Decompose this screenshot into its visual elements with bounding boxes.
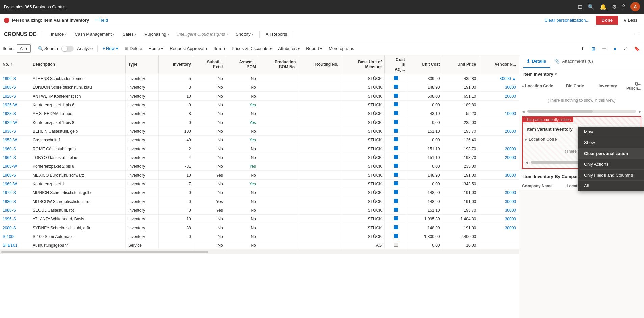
filter-icon[interactable]: ⊞ (589, 44, 598, 53)
attributes-button[interactable]: Attributes ▾ (275, 45, 303, 52)
col-routing[interactable]: Routing No. (299, 55, 341, 74)
analyze-toggle[interactable] (61, 46, 74, 52)
table-row[interactable]: 1906-SATHENS SchubladenelementInventory5… (0, 74, 519, 83)
nav-item-sales[interactable]: Sales ▾ (119, 30, 140, 39)
table-row[interactable]: 2000-SSYDNEY Schreibtischstuhl, grünInve… (0, 223, 519, 232)
report-button[interactable]: Report ▾ (303, 45, 325, 52)
col-unit-price[interactable]: Unit Price (443, 55, 479, 74)
expand-icon[interactable]: ⤢ (621, 44, 630, 53)
col-substi[interactable]: Substi...Exist (194, 55, 226, 74)
table-area[interactable]: No. ↑ Description Type Inventory Substi.… (0, 55, 519, 318)
list-icon[interactable]: ☰ (599, 44, 609, 53)
done-button[interactable]: Done (596, 16, 618, 25)
tab-details[interactable]: ℹ Details (523, 55, 550, 68)
request-approval-button[interactable]: Request Approval ▾ (167, 45, 210, 52)
nav-item-shopify[interactable]: Shopify ▾ (232, 30, 256, 39)
new-button[interactable]: + New ▾ (100, 45, 121, 52)
search-icon: 🔍 (38, 46, 43, 51)
table-row[interactable]: 1980-SMOSCOW Schreibtischstuhl, rotInven… (0, 197, 519, 206)
nav-item-purchasing[interactable]: Purchasing ▾ (141, 30, 173, 39)
table-row[interactable]: S-100S-100 Semi-AutomaticInventory0NoNoS… (0, 232, 519, 241)
document-icon[interactable]: ⊟ (578, 4, 582, 10)
table-row[interactable]: 1928-SAMSTERDAM LampeInventory8NoNoSTÜCK… (0, 109, 519, 118)
cost-adj-checkbox (394, 120, 398, 124)
col-assem[interactable]: Assem...BOM (226, 55, 259, 74)
context-menu-item-show[interactable]: Show (578, 137, 644, 148)
table-row[interactable]: 1960-SROME Gästestuhl, grünInventory2NoN… (0, 144, 519, 153)
col-vendor-no[interactable]: Vendor N... (479, 55, 519, 74)
col-inventory[interactable]: Inventory (158, 55, 194, 74)
table-row[interactable]: 1969-WKonferenzpaket 1Inventory-7NoYesST… (0, 180, 519, 188)
table-row[interactable]: 1953-WGastabschnitt 1Inventory-49NoYesST… (0, 136, 519, 144)
more-options-button[interactable]: More options (326, 45, 357, 52)
circle-icon[interactable]: ● (610, 44, 620, 53)
cost-adj-checkbox (394, 164, 398, 168)
search-button[interactable]: 🔍 Search (35, 45, 61, 52)
cost-adj-checkbox (394, 234, 398, 238)
nav-item-finance[interactable]: Finance ▾ (45, 30, 70, 39)
table-row[interactable]: 1965-WKonferenzpaket 2 bis 8Inventory-81… (0, 162, 519, 171)
table-row[interactable]: 1936-SBERLIN Gästestuhl, gelbInventory10… (0, 127, 519, 136)
context-menu-item-only-fields[interactable]: Only Fields and Columns (578, 170, 644, 181)
context-menu-item-move[interactable]: Move (578, 127, 644, 137)
scrollbar-thumb (1, 251, 208, 253)
table-row[interactable]: 1964-STOKYO Gästestuhl, blauInventory4No… (0, 153, 519, 162)
item-inventory-header[interactable]: Item Inventory ▾ (519, 68, 644, 80)
analyze-button[interactable]: Analyze (74, 45, 95, 52)
nav-item-all-reports[interactable]: All Reports (262, 30, 291, 39)
scroll-left-icon-2[interactable]: ◀ (524, 160, 530, 165)
less-button[interactable]: ∧ Less (621, 16, 640, 24)
table-row[interactable]: 1988-SSEOUL Gästestuhl, rotInventory0Yes… (0, 206, 519, 215)
context-menu: Move Show Clear personalization Only Act… (578, 127, 644, 191)
col-prod-bom[interactable]: ProductionBOM No. (259, 55, 299, 74)
table-row[interactable]: 1929-WKonferenzpaket 1 bis 8Inventory0No… (0, 118, 519, 127)
nav-item-cash-management[interactable]: Cash Management ▾ (71, 30, 118, 39)
help-icon[interactable]: ? (622, 4, 625, 10)
chevron-down-icon: ▾ (269, 46, 272, 51)
table-row[interactable]: 1908-SLONDON Schreibtischstuhl, blauInve… (0, 83, 519, 92)
cost-adj-checkbox (394, 85, 398, 89)
delete-icon: 🗑 (124, 46, 129, 51)
table-row[interactable]: SFB101AusrüstungsgebührServiceNoNoTAG0,0… (0, 241, 519, 250)
bookmark-icon[interactable]: 🔖 (632, 44, 641, 53)
table-row[interactable]: 1996-SATLANTA Whiteboard, BasisInventory… (0, 215, 519, 223)
home-button[interactable]: Home ▾ (146, 45, 166, 52)
context-menu-item-only-actions[interactable]: Only Actions (578, 159, 644, 170)
delete-button[interactable]: 🗑 Delete (122, 45, 145, 52)
col-description[interactable]: Description (30, 55, 125, 74)
col-type[interactable]: Type (125, 55, 158, 74)
search-icon[interactable]: 🔍 (588, 4, 594, 10)
clear-personalization-button[interactable]: Clear personalization... (540, 16, 593, 24)
scroll-left-icon[interactable]: ◀ (521, 109, 526, 114)
scroll-right-icon[interactable]: ▶ (637, 109, 643, 114)
tab-attachments[interactable]: 📎 Attachments (0) (550, 55, 597, 68)
nav-item-cloud-insights[interactable]: Intelligent Cloud Insights ▾ (174, 30, 231, 39)
table-row[interactable]: 1972-SMUNICH Schreibtischstuhl, gelbInve… (0, 188, 519, 197)
bell-icon[interactable]: 🔔 (600, 4, 607, 10)
col-inventory: Inventory (591, 80, 620, 92)
col-unit-cost[interactable]: Unit Cost (408, 55, 443, 74)
nav-bar: CRONUS DE Finance ▾ Cash Management ▾ Sa… (0, 27, 644, 42)
col-cost-adj[interactable]: CostisAdj... (385, 55, 408, 74)
user-avatar[interactable]: A (630, 2, 640, 11)
table-row[interactable]: 1968-SMEXICO Bürostuhl, schwarzInventory… (0, 171, 519, 180)
context-menu-item-clear[interactable]: Clear personalization (578, 148, 644, 159)
all-filter-button[interactable]: All ▾ (17, 44, 30, 53)
horizontal-scrollbar[interactable] (0, 250, 519, 254)
context-menu-item-all[interactable]: All (578, 181, 644, 191)
empty-message: (There is nothing to show in this view) (519, 92, 644, 108)
field-button[interactable]: + Field (92, 16, 110, 24)
table-row[interactable]: 1925-WKonferenzpaket 1 bis 6Inventory0No… (0, 101, 519, 109)
settings-icon[interactable]: ⚙ (612, 4, 617, 10)
panel-scrollbar[interactable]: ◀ ▶ (519, 108, 644, 115)
prices-discounts-button[interactable]: Prices & Discounts ▾ (229, 45, 275, 52)
item-button[interactable]: Item ▾ (211, 45, 228, 52)
share-icon[interactable]: ⬆ (578, 44, 587, 53)
cost-adj-checkbox (394, 173, 398, 177)
nav-more-icon[interactable]: ⋯ (634, 31, 640, 38)
nav-divider-2 (259, 31, 260, 38)
col-base-unit[interactable]: Base Unit ofMeasure (341, 55, 384, 74)
col-no[interactable]: No. ↑ (0, 55, 30, 74)
table-row[interactable]: 1920-SANTWERP KonferenztischInventory10N… (0, 92, 519, 101)
cost-adj-checkbox (394, 146, 398, 150)
